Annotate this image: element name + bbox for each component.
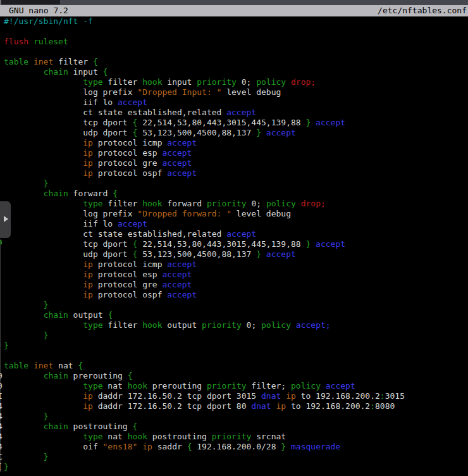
code-token: table	[4, 57, 28, 66]
code-line: chain input {	[0, 67, 468, 77]
code-token: iif lo	[4, 97, 118, 107]
code-line: type filter hook output priority 0; poli…	[0, 320, 468, 330]
code-token: dnat	[261, 391, 281, 401]
code-token: #!/usr/sbin/nft -f	[4, 16, 93, 26]
code-token: ip	[83, 280, 93, 289]
code-token	[261, 128, 266, 137]
code-token: to 192.168.200.2	[296, 391, 380, 401]
code-line: ip protocol gre accept	[0, 158, 468, 168]
code-line	[0, 351, 468, 361]
code-token	[321, 381, 326, 391]
code-token: daddr 172.16.50.2 tcp dport 80	[93, 401, 251, 411]
code-token: ct state established,related	[4, 229, 226, 239]
code-token: }	[44, 411, 49, 421]
code-token: udp dport	[4, 128, 133, 137]
code-line: udp dport { 53,123,500,4500,88,137 } acc…	[0, 249, 468, 260]
code-token: oif	[4, 442, 103, 451]
code-token: protocol esp	[93, 148, 163, 158]
code-line: flush ruleset	[0, 37, 468, 47]
code-token: 0;	[242, 320, 261, 330]
code-token: srcnat	[251, 432, 286, 441]
code-token	[311, 118, 316, 127]
code-token: log prefix	[4, 209, 137, 218]
code-line: tcp dport { 22,514,53,80,443,3015,445,13…	[0, 118, 468, 128]
code-token: policy	[256, 77, 286, 87]
code-token	[4, 189, 44, 198]
code-token	[4, 67, 44, 77]
code-token	[4, 320, 83, 330]
edge-fragment-glyph: 4	[0, 411, 3, 422]
edge-fragment-glyph: 0	[0, 381, 3, 391]
code-token	[4, 280, 83, 289]
code-token: nat	[103, 432, 128, 441]
code-line: #!/usr/sbin/nft -f	[0, 16, 468, 27]
code-token: {	[78, 361, 83, 370]
code-token: {	[113, 189, 118, 198]
code-token	[28, 57, 34, 66]
code-token	[4, 260, 83, 269]
code-token: output	[68, 310, 108, 320]
code-token: accept	[326, 381, 355, 391]
code-token: ruleset	[34, 37, 68, 46]
code-line: chain forward {	[0, 189, 468, 199]
code-token: type	[83, 432, 102, 441]
code-token: type	[83, 199, 102, 208]
code-token: saddr	[152, 442, 187, 451]
code-line: }	[0, 300, 468, 310]
code-token: level debug	[221, 87, 281, 97]
code-token: input	[68, 67, 103, 77]
code-token: filter	[103, 199, 143, 208]
code-token: nat	[103, 381, 128, 391]
code-token: policy	[266, 199, 296, 208]
code-token	[4, 148, 83, 158]
code-token	[311, 239, 316, 249]
code-token: }	[4, 341, 9, 350]
code-token: filter	[103, 77, 143, 87]
code-token	[286, 442, 291, 451]
code-line	[0, 47, 468, 57]
code-token	[261, 249, 266, 259]
code-token	[4, 381, 83, 391]
code-token: chain	[44, 371, 68, 380]
code-line: log prefix "Dropped Input: " level debug	[0, 87, 468, 97]
code-token: chain	[44, 422, 68, 431]
code-token	[4, 411, 44, 421]
code-token: }	[281, 442, 286, 451]
code-token: to 192.168.200.2	[286, 401, 370, 411]
code-token: accept;	[296, 320, 331, 330]
code-line: type filter hook input priority 0; polic…	[0, 77, 468, 87]
code-token: tcp dport	[4, 118, 133, 127]
code-token	[4, 391, 83, 401]
code-token	[4, 158, 83, 168]
code-token: accept	[226, 108, 256, 117]
code-token: 0;	[237, 77, 256, 87]
code-token: daddr 172.16.50.2 tcp dport 3015	[93, 391, 261, 401]
code-token	[4, 330, 44, 340]
code-token	[137, 442, 142, 451]
novnc-handle[interactable]	[0, 201, 11, 238]
edge-fragment-glyph: I	[0, 391, 3, 401]
code-token: type	[83, 77, 102, 87]
code-token: }	[4, 462, 9, 472]
code-token: hook	[142, 199, 162, 208]
editor-content[interactable]: #!/usr/sbin/nft -fflush rulesettable ine…	[0, 16, 468, 472]
code-token: accept	[266, 128, 296, 137]
expand-arrow-icon	[4, 216, 8, 222]
code-token: type	[83, 381, 102, 391]
code-token: :	[370, 401, 375, 411]
code-token: ip	[83, 401, 93, 411]
window-top-strip	[0, 0, 468, 5]
code-token: protocol ospf	[93, 290, 167, 299]
edge-fragment-glyph: a	[0, 237, 3, 247]
code-token: filter	[53, 57, 93, 66]
top-strip-dark-segment	[1, 0, 60, 4]
code-token: accept	[162, 158, 192, 168]
code-token: chain	[44, 310, 68, 320]
code-token	[4, 300, 44, 310]
code-token: ip	[83, 148, 93, 158]
code-token: accept	[118, 219, 147, 229]
code-token: }	[44, 330, 49, 340]
code-token	[28, 361, 34, 370]
code-token	[4, 270, 83, 279]
code-line: ct state established,related accept	[0, 108, 468, 118]
